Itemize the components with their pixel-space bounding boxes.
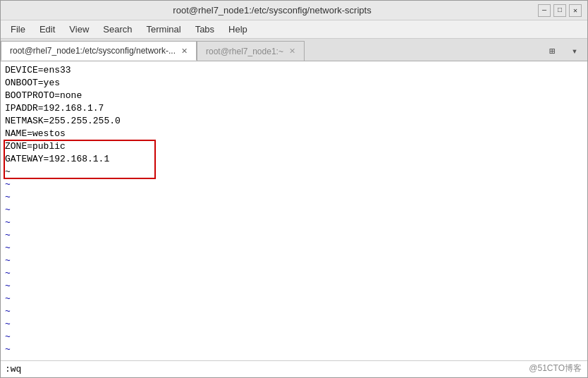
tab-label-1: root@rhel7_node1:/etc/sysconfig/network-… <box>10 46 176 56</box>
window-title: root@rhel7_node1:/etc/sysconfig/network-… <box>6 5 538 16</box>
menu-terminal[interactable]: Terminal <box>140 23 188 36</box>
line-6: NAME=westos <box>5 128 583 140</box>
terminal-content: DEVICE=ens33 ONBOOT=yes BOOTPROTO=none I… <box>1 61 587 360</box>
line-2: ONBOOT=yes <box>5 77 583 90</box>
window-controls: — □ ✕ <box>538 4 582 17</box>
line-9: ~ <box>5 166 583 178</box>
tilde-10: ~ <box>5 293 583 305</box>
tab-close-1[interactable]: ✕ <box>181 47 188 56</box>
menu-tabs[interactable]: Tabs <box>188 23 221 36</box>
terminal-window: root@rhel7_node1:/etc/sysconfig/network-… <box>0 0 588 378</box>
tilde-6: ~ <box>5 242 583 255</box>
tilde-5: ~ <box>5 229 583 242</box>
tilde-12: ~ <box>5 318 583 331</box>
line-4: IPADDR=192.168.1.7 <box>5 102 583 115</box>
tab-network-scripts[interactable]: root@rhel7_node1:/etc/sysconfig/network-… <box>1 41 197 61</box>
line-7: ZONE=public <box>5 140 583 153</box>
line-1: DEVICE=ens33 <box>5 64 583 77</box>
menu-file[interactable]: File <box>4 23 32 36</box>
title-bar: root@rhel7_node1:/etc/sysconfig/network-… <box>1 1 587 20</box>
tab-dropdown-button[interactable]: ▾ <box>565 41 584 61</box>
tilde-3: ~ <box>5 204 583 217</box>
minimize-button[interactable]: — <box>538 4 551 17</box>
line-3: BOOTPROTO=none <box>5 90 583 102</box>
tab-close-2[interactable]: ✕ <box>289 47 295 56</box>
tilde-14: ~ <box>5 343 583 356</box>
tab-bar: root@rhel7_node1:/etc/sysconfig/network-… <box>1 39 587 61</box>
tilde-13: ~ <box>5 331 583 343</box>
terminal-area[interactable]: DEVICE=ens33 ONBOOT=yes BOOTPROTO=none I… <box>1 61 587 360</box>
line-5: NETMASK=255.255.255.0 <box>5 115 583 128</box>
menu-edit[interactable]: Edit <box>32 23 62 36</box>
new-tab-button[interactable]: ⊞ <box>542 41 562 61</box>
tilde-11: ~ <box>5 305 583 318</box>
vim-command[interactable]: :wq <box>5 364 21 374</box>
tilde-1: ~ <box>5 178 583 191</box>
tilde-4: ~ <box>5 217 583 229</box>
status-bar: :wq @51CTO博客 <box>1 360 587 377</box>
tab-label-2: root@rhel7_node1:~ <box>206 47 283 56</box>
menu-view[interactable]: View <box>62 23 96 36</box>
menu-bar: File Edit View Search Terminal Tabs Help <box>1 20 587 39</box>
close-button[interactable]: ✕ <box>569 4 582 17</box>
watermark: @51CTO博客 <box>529 362 582 374</box>
maximize-button[interactable]: □ <box>553 4 566 17</box>
tilde-9: ~ <box>5 280 583 293</box>
tilde-7: ~ <box>5 255 583 267</box>
menu-help[interactable]: Help <box>221 23 255 36</box>
tilde-2: ~ <box>5 191 583 204</box>
tilde-8: ~ <box>5 267 583 280</box>
tab-extras: ⊞ ▾ <box>542 41 587 61</box>
line-8: GATEWAY=192.168.1.1 <box>5 153 583 166</box>
tab-home[interactable]: root@rhel7_node1:~ ✕ <box>197 41 305 61</box>
menu-search[interactable]: Search <box>96 23 139 36</box>
